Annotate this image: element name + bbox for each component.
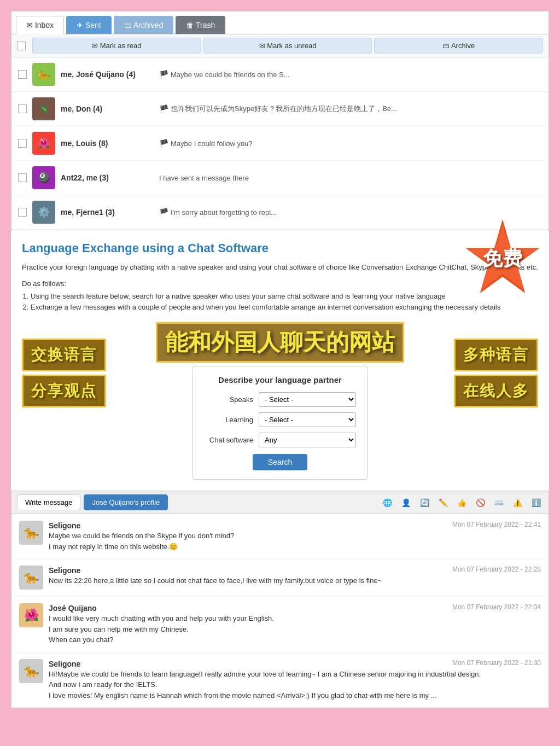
table-row[interactable]: 🐆 me, José Quijano (4) 🏴 Maybe we could … (11, 57, 549, 92)
lang-desc: Practice your foreign language by chatti… (22, 262, 538, 273)
chat-text: Maybe we could be friends on the Skype i… (49, 531, 541, 552)
sender-name: me, Louis (8) (61, 139, 154, 148)
right-box-2: 在线人多 (454, 375, 538, 407)
chat-message: 🐆 Seligone Mon 07 February 2022 - 21:30 … (11, 652, 549, 708)
tab-archived[interactable]: 🗃 Archived (114, 16, 174, 34)
flag-icon: 🏴 (159, 208, 168, 217)
mark-unread-button[interactable]: ✉ Mark as unread (203, 38, 372, 54)
message-preview: I have sent a message there (159, 174, 249, 182)
left-box-2: 分享观点 (22, 375, 106, 407)
lang-steps: Using the search feature below, search f… (22, 291, 538, 314)
tab-bar: ✉ Inbox ✈ Sent 🗃 Archived 🗑 Trash (11, 11, 549, 34)
flag-icon: 🏴 (159, 139, 168, 148)
message-preview: 🏴 I'm sorry about forgetting to repl... (159, 208, 277, 217)
refresh-icon[interactable]: 🔄 (417, 496, 431, 510)
tab-sent[interactable]: ✈ Sent (66, 16, 112, 34)
avatar: 🐆 (32, 63, 55, 86)
avatar: 🐆 (19, 521, 43, 545)
edit-icon[interactable]: ✏️ (436, 496, 450, 510)
do-as-follows: Do as follows: (22, 279, 538, 288)
chat-sender: Seligone (49, 566, 80, 575)
row-checkbox[interactable] (18, 70, 27, 79)
avatar: 🐆 (19, 659, 43, 683)
search-widget-title: Describe your language partner (204, 375, 356, 384)
lang-title: Language Exchange using a Chat Software (22, 241, 538, 255)
message-list: 🐆 me, José Quijano (4) 🏴 Maybe we could … (11, 57, 549, 230)
lang-section: 免费 Language Exchange using a Chat Softwa… (11, 230, 549, 491)
message-toolbar: ✉ Mark as read ✉ Mark as unread 🗃 Archiv… (11, 34, 549, 57)
search-widget: Describe your language partner Speaks - … (192, 366, 368, 480)
avatar: 🌺 (19, 603, 43, 627)
starburst-overlay: 免费 (462, 219, 544, 301)
sender-name: me, Fjerne1 (3) (61, 208, 154, 217)
flag-icon: 🏴 (159, 104, 168, 113)
block-icon[interactable]: 🚫 (473, 496, 487, 510)
message-content: Seligone Mon 07 February 2022 - 21:30 Hi… (49, 659, 541, 701)
chat-messages: 🐆 Seligone Mon 07 February 2022 - 22:41 … (11, 514, 549, 708)
chat-software-row: Chat software Any (204, 433, 356, 447)
chat-time: Mon 07 February 2022 - 22:04 (452, 603, 541, 611)
table-row[interactable]: 🦎 me, Don (4) 🏴 也许我们可以先成为Skype好友？我所在的地方现… (11, 92, 549, 126)
warning-icon[interactable]: ⚠️ (510, 496, 524, 510)
step-2: Exchange a few messages with a couple of… (31, 302, 538, 313)
starburst-text: 免费 (483, 246, 522, 272)
globe-icon[interactable]: 🌐 (380, 496, 394, 510)
speaks-label: Speaks (204, 395, 253, 404)
chat-software-select[interactable]: Any (259, 433, 356, 447)
row-checkbox[interactable] (18, 139, 27, 148)
message-preview: 🏴 也许我们可以先成为Skype好友？我所在的地方现在已经是晚上了，Be... (159, 104, 397, 114)
avatar: 🎱 (32, 166, 55, 189)
banner-area: 交换语言 分享观点 多种语言 在线人多 能和外国人聊天的网站 (22, 322, 538, 480)
speaks-row: Speaks - Select - (204, 392, 356, 407)
keyboard-icon[interactable]: ⌨️ (492, 496, 506, 510)
chat-sender: Seligone (49, 660, 80, 668)
sender-name: me, José Quijano (4) (61, 70, 154, 79)
tab-write-message[interactable]: Write message (17, 494, 80, 510)
chat-time: Mon 07 February 2022 - 21:30 (452, 659, 541, 667)
main-chinese-text: 能和外国人聊天的网站 (156, 322, 404, 363)
search-button[interactable]: Search (253, 454, 307, 470)
lang-exchange-wrapper: 免费 Language Exchange using a Chat Softwa… (11, 230, 549, 491)
sent-icon: ✈ (77, 21, 85, 30)
message-content: Seligone Mon 07 February 2022 - 22:41 Ma… (49, 521, 541, 552)
archive-btn-icon: 🗃 (442, 42, 451, 50)
thumbs-up-icon[interactable]: 👍 (454, 496, 469, 510)
row-checkbox[interactable] (18, 104, 27, 113)
chat-message: 🐆 Seligone Mon 07 February 2022 - 22:41 … (11, 514, 549, 559)
mark-read-button[interactable]: ✉ Mark as read (32, 38, 201, 54)
left-box-1: 交换语言 (22, 339, 106, 371)
avatar: ⚙️ (32, 201, 55, 224)
chat-action-icons: 🌐 👤 🔄 ✏️ 👍 🚫 ⌨️ ⚠️ ℹ️ (380, 496, 543, 510)
inbox-icon: ✉ (26, 21, 35, 30)
table-row[interactable]: 🎱 Ant22, me (3) I have sent a message th… (11, 161, 549, 195)
avatar: 🦎 (32, 97, 55, 120)
archive-button[interactable]: 🗃 Archive (374, 38, 543, 54)
table-row[interactable]: 🌺 me, Louis (8) 🏴 Maybe I could follow y… (11, 126, 549, 161)
row-checkbox[interactable] (18, 173, 27, 182)
message-preview: 🏴 Maybe we could be friends on the S... (159, 70, 290, 79)
row-checkbox[interactable] (18, 208, 27, 217)
mark-unread-icon: ✉ (259, 42, 267, 50)
sender-name: me, Don (4) (61, 104, 154, 113)
right-banners: 多种语言 在线人多 (454, 339, 538, 411)
sender-name: Ant22, me (3) (61, 173, 154, 182)
flag-icon: 🏴 (159, 70, 168, 79)
chat-message: 🐆 Seligone Mon 07 February 2022 - 22:28 … (11, 559, 549, 597)
tab-inbox[interactable]: ✉ Inbox (16, 16, 64, 34)
archive-icon: 🗃 (124, 21, 133, 30)
learning-select[interactable]: - Select - (259, 412, 356, 427)
tab-trash[interactable]: 🗑 Trash (176, 16, 225, 34)
trash-icon: 🗑 (186, 21, 196, 30)
message-preview: 🏴 Maybe I could follow you? (159, 139, 253, 148)
right-box-1: 多种语言 (454, 339, 538, 371)
chat-time: Mon 07 February 2022 - 22:28 (452, 566, 541, 573)
avatar: 🐆 (19, 566, 43, 590)
chat-sender: José Quijano (49, 604, 97, 613)
select-all-checkbox[interactable] (17, 42, 26, 50)
tab-profile[interactable]: José Quijano's profile (84, 494, 168, 510)
speaks-select[interactable]: - Select - (259, 392, 356, 407)
user-icon[interactable]: 👤 (399, 496, 413, 510)
message-content: José Quijano Mon 07 February 2022 - 22:0… (49, 603, 541, 645)
info-icon[interactable]: ℹ️ (529, 496, 543, 510)
chat-software-label: Chat software (204, 436, 253, 444)
